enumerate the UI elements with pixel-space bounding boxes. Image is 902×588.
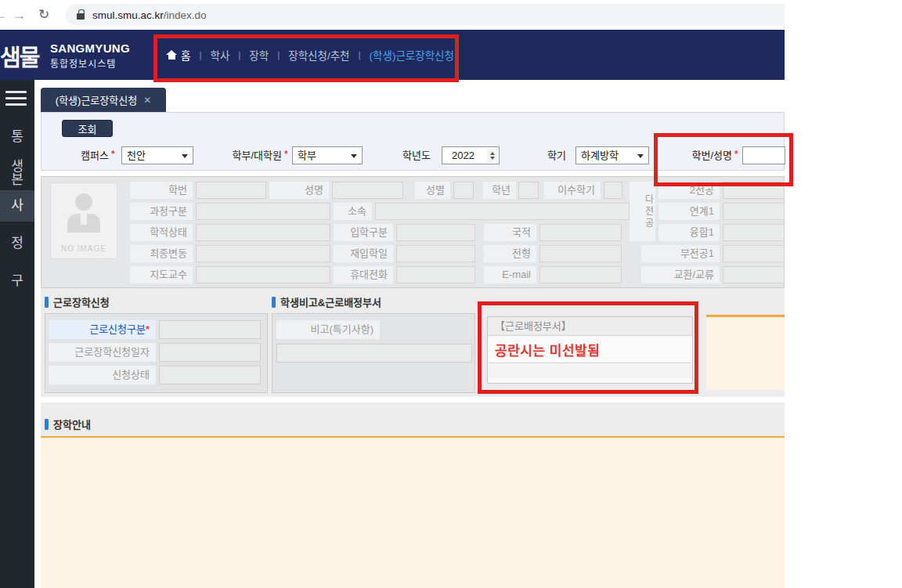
input-course <box>196 203 330 220</box>
sidebar-item-label: 본 <box>0 173 34 186</box>
label-student-id: 학번 <box>130 182 193 199</box>
spinner-down-icon <box>490 157 495 160</box>
sidebar-item-active[interactable]: 사 <box>0 199 34 212</box>
label-mobile: 휴대전화 <box>334 266 393 283</box>
label-gender: 성별 <box>415 182 450 199</box>
input-email <box>539 266 622 283</box>
input-completed-terms <box>604 182 622 199</box>
label-last-change: 최종변동 <box>130 245 193 262</box>
no-image-label: NO IMAGE <box>51 244 117 253</box>
label-completed-terms: 이수학기 <box>544 182 601 199</box>
annotation-box-idname <box>654 133 793 186</box>
input-last-change <box>196 245 330 262</box>
input-apply-date <box>159 343 261 362</box>
division-label: 학부/대학원 <box>197 147 282 164</box>
input-linked1 <box>723 203 785 220</box>
label-exchange: 교환/교류 <box>641 266 720 283</box>
section-title-text: 근로장학신청 <box>53 294 110 309</box>
work-apply-panel: 근로신청구분* 근로장학신청일자 신청상태 <box>45 313 268 393</box>
sidebar-item[interactable]: 통 <box>0 130 34 143</box>
label-apply-status: 신청상태 <box>49 366 156 384</box>
tab-close-icon[interactable]: ✕ <box>143 95 151 106</box>
label-convergence1: 융합1 <box>658 224 720 241</box>
input-advisor <box>196 266 330 283</box>
screenshot-root: ← → ↻ smul.smu.ac.kr/index.do 샘물 SANGMYU… <box>0 0 902 588</box>
student-photo-placeholder: NO IMAGE <box>50 182 117 259</box>
input-status <box>196 224 330 241</box>
label-multi-major: 다전공 <box>630 182 655 241</box>
sidebar-item[interactable]: 구 <box>0 274 34 287</box>
sidebar-item[interactable]: 생본 <box>0 160 34 186</box>
app-logo-subtitle: 통합정보시스템 <box>50 56 116 70</box>
spinner-up-icon <box>490 152 495 155</box>
address-bar[interactable]: smul.smu.ac.kr/index.do <box>66 4 785 26</box>
campus-select[interactable]: 천안 <box>121 146 193 164</box>
browser-chrome: ← → ↻ smul.smu.ac.kr/index.do <box>0 0 902 30</box>
menu-hamburger-icon[interactable] <box>5 91 27 110</box>
input-minor1 <box>723 245 785 262</box>
section-bar-icon <box>45 297 49 308</box>
section-remark-title: 학생비고&근로배정부서 <box>272 294 381 309</box>
input-convergence1 <box>723 224 785 241</box>
sidebar-item-label: 정 <box>11 236 23 251</box>
remark-panel: 비고(특기사항) <box>272 313 475 393</box>
app-logo: 샘물 <box>0 39 38 72</box>
label-readmission-date: 재입학일 <box>334 245 393 262</box>
input-nationality <box>539 224 622 241</box>
app-logo-name: SANGMYUNG <box>50 41 130 55</box>
label-apply-date: 근로장학신청일자 <box>49 343 156 362</box>
label-email: E-mail <box>484 266 536 283</box>
required-marker: * <box>111 149 115 160</box>
sidebar: 통 생본 사 정 구 <box>0 80 34 588</box>
division-value: 학부 <box>298 150 316 161</box>
label-grade: 학년 <box>483 182 516 199</box>
dropdown-arrow-icon <box>637 154 644 158</box>
tab-title: (학생)근로장학신청 <box>56 92 137 107</box>
input-exchange <box>723 266 785 283</box>
sidebar-item-label: 통 <box>11 129 23 144</box>
label-note: 비고(특기사항) <box>276 320 380 339</box>
back-icon[interactable]: ← <box>0 6 7 23</box>
guide-band: 장학안내 <box>41 402 785 436</box>
year-label: 학년도 <box>384 147 431 164</box>
dropdown-arrow-icon <box>182 154 188 158</box>
cream-side-panel <box>706 315 785 390</box>
refresh-icon[interactable]: ↻ <box>38 6 49 23</box>
year-spinner[interactable]: 2022 <box>442 146 500 164</box>
label-admission-type: 전형 <box>484 245 536 262</box>
section-guide-title: 장학안내 <box>45 417 91 431</box>
term-label: 학기 <box>535 147 566 164</box>
division-select[interactable]: 학부 <box>292 146 363 164</box>
section-work-apply-title: 근로장학신청 <box>45 294 110 309</box>
spinner-icons[interactable] <box>487 149 497 162</box>
label-linked1: 연계1 <box>658 203 720 220</box>
sidebar-item-label: 사 <box>11 198 23 213</box>
label-minor1: 부전공1 <box>641 245 720 262</box>
apply-type-text: 근로신청구분 <box>89 323 146 335</box>
label-name: 성명 <box>269 182 329 199</box>
label-advisor: 지도교수 <box>130 266 193 283</box>
input-grade <box>518 182 539 199</box>
input-gender <box>453 182 474 199</box>
guide-content-area <box>41 438 785 588</box>
forward-icon[interactable]: → <box>12 6 26 23</box>
sidebar-item-label: 생 <box>0 160 34 173</box>
person-icon <box>75 193 92 211</box>
input-mobile <box>396 266 475 283</box>
annotation-box-breadcrumb <box>153 34 459 82</box>
section-bar-icon <box>272 297 276 308</box>
input-note[interactable] <box>276 344 472 363</box>
dropdown-arrow-icon <box>351 154 357 158</box>
required-marker: * <box>146 323 150 335</box>
tab-work-scholarship[interactable]: (학생)근로장학신청 ✕ <box>41 88 166 112</box>
url-path: /index.do <box>164 9 207 21</box>
query-button[interactable]: 조회 <box>62 120 113 137</box>
section-title-text: 학생비고&근로배정부서 <box>280 294 381 309</box>
sidebar-item[interactable]: 정 <box>0 236 34 250</box>
input-readmission-date <box>396 245 475 262</box>
sidebar-item-label: 구 <box>11 273 23 288</box>
term-select[interactable]: 하계방학 <box>575 146 649 164</box>
label-status: 학적상태 <box>130 224 193 241</box>
campus-value: 천안 <box>127 150 146 161</box>
input-apply-type[interactable] <box>159 320 261 339</box>
